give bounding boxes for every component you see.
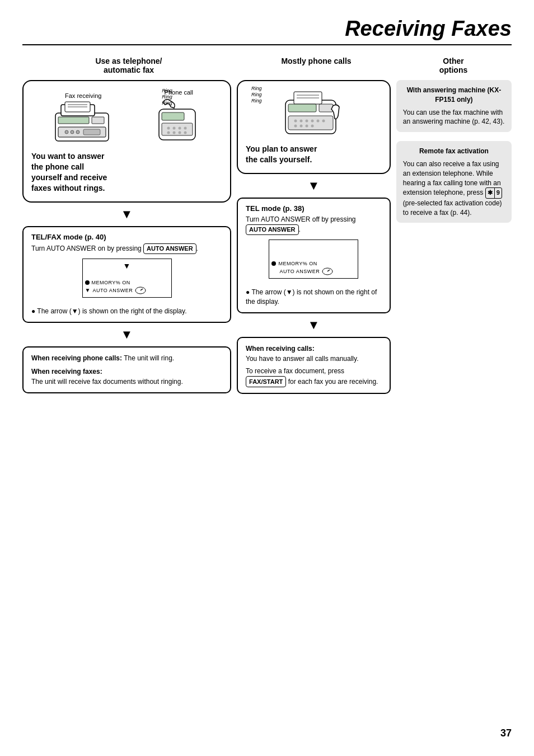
svg-point-16 — [173, 127, 176, 130]
mid-instruction-box: When receiving calls: You have to answer… — [237, 337, 391, 395]
svg-point-35 — [317, 120, 320, 123]
left-description: You want to answer the phone call yourse… — [31, 151, 222, 194]
ring-text-left: RingRingRing — [162, 88, 172, 106]
mid-display-memory-row: MEMORY% ON — [271, 261, 355, 266]
svg-point-40 — [311, 125, 314, 128]
auto-answer-button-mid: AUTO ANSWER — [246, 224, 299, 235]
page-number: 37 — [500, 727, 512, 739]
display-inner-arrow: ▼ — [123, 261, 131, 270]
svg-rect-14 — [162, 123, 193, 135]
mid-scenario-box: RingRingRing — [237, 80, 391, 174]
page: Receiving Faxes Use as telephone/ automa… — [0, 0, 534, 756]
main-content: Fax receiving — [22, 80, 512, 394]
mid-arrow-2: ▼ — [237, 318, 391, 332]
mid-mode-box: TEL mode (p. 38) Turn AUTO ANSWER off by… — [237, 198, 391, 313]
svg-rect-9 — [83, 129, 100, 135]
star-key-combo: ✱ 9 — [485, 187, 502, 198]
page-title: Receiving Faxes — [22, 17, 512, 45]
svg-point-8 — [76, 130, 79, 134]
mid-instr-text1: You have to answer all calls manually. — [246, 354, 382, 364]
auto-answer-button-left: AUTO ANSWER — [143, 243, 196, 254]
mid-display-auto-row: AUTO ANSWER — [271, 267, 355, 275]
svg-point-34 — [311, 120, 314, 123]
svg-point-36 — [322, 120, 325, 123]
answering-machine-title: With answering machine (KX-FP151 only) — [403, 86, 505, 105]
svg-point-21 — [179, 132, 181, 134]
display-led — [85, 280, 90, 285]
svg-point-33 — [306, 120, 308, 123]
svg-point-39 — [306, 125, 308, 128]
left-bullet: ● The arrow (▼) is shown on the right of… — [31, 307, 222, 316]
left-display-container: ▼ MEMORY% ON ▼ AUTO ANSWER — [31, 254, 222, 302]
mid-column: RingRingRing — [231, 80, 391, 394]
col-header-right: Other options — [397, 57, 509, 74]
svg-point-17 — [179, 127, 181, 130]
svg-rect-11 — [92, 117, 104, 124]
svg-point-18 — [184, 127, 187, 130]
display-auto-row: ▼ AUTO ANSWER — [85, 287, 169, 294]
ring-text-mid: RingRingRing — [251, 86, 262, 104]
phone-item: Phone call RingRingRing — [156, 89, 201, 147]
svg-point-7 — [71, 130, 74, 134]
answering-machine-text: You can use the fax machine with an answ… — [403, 108, 505, 127]
remote-fax-box: Remote fax activation You can also recei… — [396, 141, 512, 223]
col-header-mid: Mostly phone calls — [235, 57, 397, 74]
svg-rect-28 — [288, 104, 316, 112]
left-scenario-box: Fax receiving — [22, 80, 231, 203]
svg-rect-29 — [319, 104, 333, 112]
left-arrow-1: ▼ — [22, 207, 231, 222]
svg-point-20 — [173, 132, 176, 134]
column-headers: Use as telephone/ automatic fax Mostly p… — [22, 57, 512, 74]
mid-fax-svg — [280, 89, 347, 139]
remote-fax-text: You can also receive a fax using an exte… — [403, 159, 505, 217]
svg-point-19 — [167, 132, 170, 134]
mid-display-container: MEMORY% ON AUTO ANSWER — [246, 235, 382, 283]
mid-bullet: ● The arrow (▼) is not shown on the righ… — [246, 288, 382, 307]
mid-dial-svg — [322, 267, 333, 275]
left-instr-text2: The unit will receive fax documents with… — [31, 377, 222, 387]
left-fax-diagram: Fax receiving — [31, 89, 222, 147]
left-mode-box: TEL/FAX mode (p. 40) Turn AUTO ANSWER on… — [22, 226, 231, 323]
left-arrow-2: ▼ — [22, 327, 231, 342]
svg-point-37 — [294, 125, 297, 128]
svg-point-22 — [184, 132, 187, 134]
svg-point-38 — [300, 125, 303, 128]
left-mode-text: Turn AUTO ANSWER on by pressing AUTO ANS… — [31, 243, 222, 254]
mid-mode-title: TEL mode (p. 38) — [246, 204, 382, 213]
left-instr-t2: When receiving faxes: — [31, 367, 222, 377]
fax-receiving-item: Fax receiving — [53, 92, 114, 147]
left-instr-t1: When receiving phone calls: The unit wil… — [31, 353, 222, 363]
fax-start-button: FAX/START — [246, 376, 286, 388]
mid-display-box: MEMORY% ON AUTO ANSWER — [269, 240, 358, 279]
mid-display-led — [271, 261, 276, 266]
svg-rect-30 — [288, 116, 333, 130]
mid-description: You plan to answer the calls yourself. — [246, 144, 382, 165]
answering-machine-box: With answering machine (KX-FP151 only) Y… — [396, 80, 512, 132]
col-header-left: Use as telephone/ automatic fax — [22, 57, 235, 74]
mid-instr-text2: To receive a fax document, press FAX/STA… — [246, 366, 382, 388]
svg-point-31 — [294, 120, 297, 123]
left-display-box: ▼ MEMORY% ON ▼ AUTO ANSWER — [82, 259, 172, 298]
right-column: With answering machine (KX-FP151 only) Y… — [391, 80, 512, 232]
display-memory-row: MEMORY% ON — [85, 280, 169, 285]
svg-point-6 — [65, 130, 68, 134]
remote-fax-title: Remote fax activation — [403, 147, 505, 156]
left-column: Fax receiving — [22, 80, 231, 393]
svg-point-15 — [167, 127, 170, 130]
mid-arrow-1: ▼ — [237, 179, 391, 193]
mid-fax-diagram: RingRingRing — [246, 89, 382, 139]
fax-machine-svg-left — [53, 99, 114, 147]
svg-rect-13 — [162, 112, 184, 120]
display-arrow: ▼ — [85, 287, 91, 293]
mid-instr-t1: When receiving calls: — [246, 344, 382, 354]
left-instruction-box: When receiving phone calls: The unit wil… — [22, 346, 231, 393]
svg-rect-10 — [58, 117, 89, 124]
svg-point-32 — [300, 120, 303, 123]
left-mode-title: TEL/FAX mode (p. 40) — [31, 233, 222, 241]
fax-receiving-label: Fax receiving — [65, 92, 101, 99]
dial-svg — [135, 287, 146, 294]
mid-mode-text: Turn AUTO ANSWER off by pressing AUTO AN… — [246, 215, 382, 235]
